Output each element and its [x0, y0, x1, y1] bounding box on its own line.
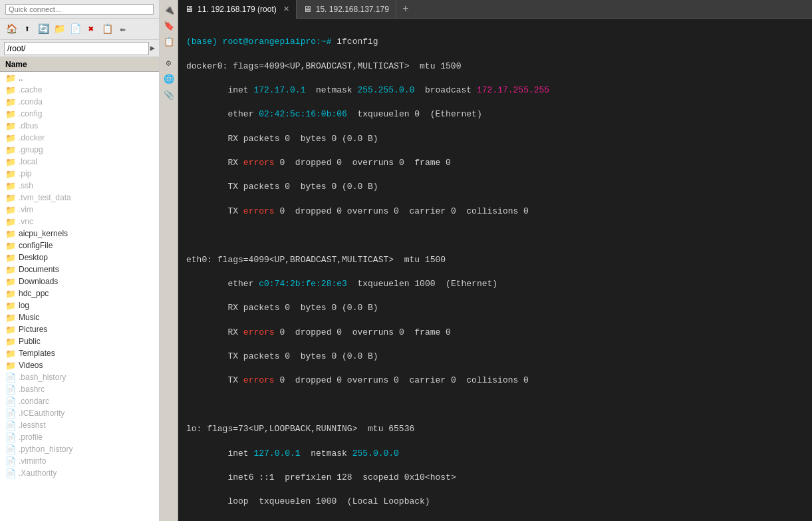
list-item[interactable]: 📁.config — [0, 108, 159, 120]
tab-1-icon: 🖥 — [185, 4, 194, 14]
list-item[interactable]: 📁Templates — [0, 347, 159, 359]
folder-icon: 📁 — [5, 217, 16, 227]
list-item[interactable]: 📁Public — [0, 335, 159, 347]
file-name-label: .gnupg — [19, 145, 43, 154]
list-item[interactable]: 📄.bash_history — [0, 371, 159, 383]
list-item[interactable]: 📁.cache — [0, 84, 159, 96]
list-item[interactable]: 📁Downloads — [0, 275, 159, 287]
file-name-label: .python_history — [19, 444, 72, 454]
log-button[interactable]: 📋 — [162, 35, 176, 49]
folder-icon: 📁 — [5, 157, 16, 167]
folder-icon: 📁 — [5, 121, 16, 131]
file-name-label: .tvm_test_data — [19, 193, 71, 202]
list-item[interactable]: 📁.tvm_test_data — [0, 192, 159, 204]
file-name-label: .pip — [19, 169, 31, 178]
list-item[interactable]: 📁log — [0, 299, 159, 311]
folder-icon: 📁 — [5, 169, 16, 179]
file-name-label: .vnc — [19, 217, 33, 226]
folder-icon: 📁 — [5, 229, 16, 239]
file-name-label: .ICEauthority — [19, 409, 65, 418]
tab-bar: 🖥 11. 192.168.179 (root) ✕ 🖥 15. 192.168… — [178, 0, 812, 19]
tab-1[interactable]: 🖥 11. 192.168.179 (root) ✕ — [178, 0, 297, 19]
refresh-button[interactable]: 🔄 — [36, 22, 51, 37]
file-icon: 📄 — [5, 433, 16, 442]
file-icon: 📄 — [5, 373, 16, 383]
file-name-label: Videos — [19, 361, 43, 370]
terminal-output[interactable]: (base) root@orangepiaipro:~# ifconfig do… — [178, 19, 812, 521]
file-icon: 📄 — [5, 421, 16, 431]
paperclip-button[interactable]: 📎 — [162, 88, 176, 102]
new-tab-button[interactable]: + — [396, 0, 415, 19]
name-column-header: Name — [5, 60, 27, 69]
file-icon: 📄 — [5, 456, 16, 466]
list-item[interactable]: 📁.vim — [0, 204, 159, 216]
list-item[interactable]: 📁.. — [0, 72, 159, 84]
list-item[interactable]: 📁.gnupg — [0, 144, 159, 156]
file-icon: 📄 — [5, 409, 16, 419]
file-name-label: .. — [19, 73, 23, 83]
file-icon: 📄 — [5, 444, 16, 454]
tab-2[interactable]: 🖥 15. 192.168.137.179 — [297, 0, 396, 19]
list-item[interactable]: 📁Music — [0, 311, 159, 323]
list-item[interactable]: 📄.lesshst — [0, 419, 159, 431]
folder-icon: 📁 — [5, 73, 16, 83]
file-name-label: .dbus — [19, 121, 38, 130]
new-dir-button[interactable]: 📁 — [52, 22, 67, 37]
list-item[interactable]: 📁Documents — [0, 263, 159, 275]
tab-2-label: 15. 192.168.137.179 — [316, 5, 389, 14]
list-item[interactable]: 📁.local — [0, 156, 159, 168]
copy-button[interactable]: 📋 — [100, 22, 114, 37]
bookmark-button[interactable]: 🔖 — [162, 19, 176, 33]
path-input[interactable] — [4, 42, 149, 55]
list-item[interactable]: 📄.Xauthority — [0, 467, 159, 479]
list-item[interactable]: 📁.docker — [0, 132, 159, 144]
list-item[interactable]: 📄.viminfo — [0, 455, 159, 467]
folder-icon: 📁 — [5, 265, 16, 275]
folder-icon: 📁 — [5, 289, 16, 299]
folder-icon: 📁 — [5, 349, 16, 359]
connect-button[interactable]: 🔌 — [162, 3, 176, 17]
home-button[interactable]: 🏠 — [4, 22, 19, 37]
file-name-label: .docker — [19, 133, 45, 142]
list-item[interactable]: 📁.ssh — [0, 180, 159, 192]
list-item[interactable]: 📄.condarc — [0, 395, 159, 407]
file-name-label: Templates — [19, 349, 55, 358]
list-item[interactable]: 📁configFile — [0, 240, 159, 252]
up-button[interactable]: ⬆ — [20, 22, 35, 37]
list-item[interactable]: 📁hdc_ppc — [0, 287, 159, 299]
list-item[interactable]: 📄.profile — [0, 431, 159, 443]
path-go-button[interactable]: ▶ — [150, 43, 155, 53]
delete-button[interactable]: ✖ — [84, 22, 98, 37]
file-name-label: .profile — [19, 433, 43, 442]
tab-1-label: 11. 192.168.179 (root) — [198, 5, 277, 14]
tab-1-close[interactable]: ✕ — [283, 5, 289, 13]
path-bar: ▶ — [0, 40, 159, 57]
file-name-label: .bash_history — [19, 373, 66, 382]
list-item[interactable]: 📄.python_history — [0, 443, 159, 455]
file-name-label: .config — [19, 109, 42, 118]
file-name-label: Music — [19, 313, 39, 322]
list-item[interactable]: 📁Videos — [0, 359, 159, 371]
list-item[interactable]: 📁Pictures — [0, 323, 159, 335]
folder-icon: 📁 — [5, 325, 16, 335]
list-item[interactable]: 📁.conda — [0, 96, 159, 108]
list-item[interactable]: 📁.dbus — [0, 120, 159, 132]
settings-button[interactable]: ⚙ — [162, 56, 176, 71]
list-item[interactable]: 📁.pip — [0, 168, 159, 180]
folder-icon: 📁 — [5, 277, 16, 287]
folder-icon: 📁 — [5, 241, 16, 251]
list-item[interactable]: 📄.bashrc — [0, 383, 159, 395]
folder-icon: 📁 — [5, 145, 16, 155]
main-terminal-area: 🖥 11. 192.168.179 (root) ✕ 🖥 15. 192.168… — [178, 0, 812, 521]
list-item[interactable]: 📄.ICEauthority — [0, 407, 159, 419]
folder-icon: 📁 — [5, 205, 16, 215]
list-item[interactable]: 📁aicpu_kernels — [0, 228, 159, 240]
quick-connect-input[interactable] — [5, 4, 154, 15]
rename-button[interactable]: ✏ — [116, 22, 130, 37]
new-file-button[interactable]: 📄 — [68, 22, 82, 37]
file-name-label: Documents — [19, 265, 59, 274]
list-item[interactable]: 📁Desktop — [0, 252, 159, 263]
list-item[interactable]: 📁.vnc — [0, 216, 159, 228]
quick-connect-bar[interactable] — [0, 0, 159, 19]
earth-button[interactable]: 🌐 — [162, 72, 176, 87]
